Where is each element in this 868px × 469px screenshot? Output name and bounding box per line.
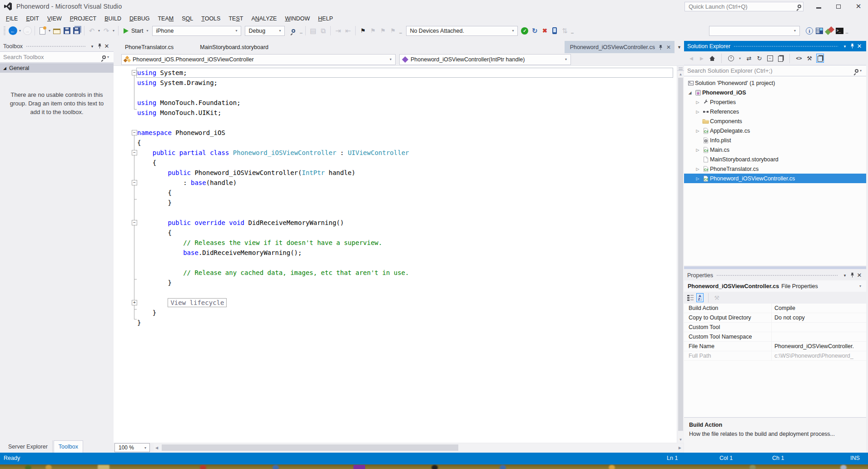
undo-button[interactable]: ↶ xyxy=(87,26,97,36)
clear-device-log-button[interactable]: ✖ xyxy=(540,26,550,36)
navigate-back-dropdown-icon[interactable]: ▾ xyxy=(18,29,22,33)
toolbox-search-box[interactable]: ▾ xyxy=(0,51,114,63)
zoom-combo[interactable]: 100 % ▾ xyxy=(114,443,150,452)
expander-collapsed-icon[interactable]: ▷ xyxy=(694,167,701,171)
toolbox-section-general[interactable]: ◢ General xyxy=(0,63,114,73)
toolbar-overflow-icon[interactable]: ‗ xyxy=(570,28,574,33)
find-button[interactable] xyxy=(288,26,298,36)
open-file-button[interactable] xyxy=(52,26,62,36)
redo-button[interactable]: ↷ xyxy=(101,26,111,36)
collapse-glyph[interactable]: − xyxy=(132,180,137,185)
property-row[interactable]: File NamePhoneword_iOSViewController. xyxy=(684,342,866,351)
property-value[interactable]: Compile xyxy=(771,304,866,313)
scrollbar-thumb[interactable] xyxy=(162,444,458,451)
property-value[interactable]: Do not copy xyxy=(771,313,866,322)
menu-item-test[interactable]: TEST xyxy=(224,14,247,23)
close-icon[interactable]: ✕ xyxy=(666,44,671,50)
expander-expanded-icon[interactable]: ◢ xyxy=(686,90,694,95)
connection-status-icon[interactable]: ✓ xyxy=(520,26,530,36)
search-icon[interactable] xyxy=(102,55,106,59)
tree-item-phoneword-ios[interactable]: ◢Phoneword_iOS xyxy=(684,88,866,97)
toolbar-overflow-icon[interactable]: ‗ xyxy=(844,28,849,33)
pin-icon[interactable] xyxy=(658,45,663,50)
property-row[interactable]: Custom Tool xyxy=(684,323,866,332)
window-layout-button[interactable] xyxy=(814,26,824,36)
expander-collapsed-icon[interactable]: ▷ xyxy=(694,176,701,181)
navigate-forward-button[interactable]: → xyxy=(22,26,32,36)
search-icon[interactable] xyxy=(798,5,801,8)
collapse-glyph[interactable]: − xyxy=(132,130,137,135)
copy-parent-button[interactable]: ⧉ xyxy=(318,26,328,36)
panel-splitter[interactable] xyxy=(684,266,866,269)
start-debug-button[interactable]: Start ▾ xyxy=(121,28,152,34)
solution-explorer-search-input[interactable] xyxy=(687,67,855,74)
member-dropdown[interactable]: Phoneword_iOSViewController(IntPtr handl… xyxy=(399,54,571,65)
expander-collapsed-icon[interactable]: ▷ xyxy=(694,129,701,133)
refresh-devices-button[interactable]: ↻ xyxy=(530,26,540,36)
expander-collapsed-icon[interactable]: ▷ xyxy=(694,110,701,114)
tab-toolbox[interactable]: Toolbox xyxy=(54,440,83,453)
panel-drag-texture[interactable] xyxy=(734,45,838,48)
scroll-down-icon[interactable]: ▼ xyxy=(677,438,684,442)
tree-item-solution-phoneword-1-project[interactable]: Solution 'Phoneword' (1 project) xyxy=(684,78,866,88)
menu-item-team[interactable]: TEAM xyxy=(154,14,178,23)
save-all-button[interactable] xyxy=(72,26,82,36)
properties-object-combo[interactable]: Phoneword_iOSViewController.cs File Prop… xyxy=(684,280,866,292)
expand-glyph[interactable]: + xyxy=(132,300,137,305)
tab-server-explorer[interactable]: Server Explorer xyxy=(4,440,53,453)
window-position-icon[interactable]: ▾ xyxy=(89,44,96,49)
solution-explorer-search-box[interactable]: ▾ xyxy=(684,65,866,76)
feedback-info-button[interactable]: i xyxy=(804,26,814,36)
configuration-combo[interactable]: Debug ▾ xyxy=(245,26,285,36)
new-file-button[interactable] xyxy=(37,26,47,36)
tree-item-phonetranslator-cs[interactable]: ▷C#PhoneTranslator.cs xyxy=(684,164,866,174)
bookmark-clear-button[interactable]: ⚑ xyxy=(388,26,398,36)
toolbar-grip[interactable] xyxy=(4,26,5,35)
preview-selected-items-icon[interactable] xyxy=(816,54,824,63)
pin-icon[interactable] xyxy=(848,272,856,279)
redo-dropdown-icon[interactable]: ▾ xyxy=(111,29,116,33)
undo-dropdown-icon[interactable]: ▾ xyxy=(97,29,101,33)
toolbar-overflow-icon[interactable]: ‗ xyxy=(398,28,402,33)
pin-icon[interactable] xyxy=(96,43,103,50)
tree-item-main-cs[interactable]: ▷C#Main.cs xyxy=(684,145,866,155)
toolbar-overflow-icon[interactable]: ‗ xyxy=(298,28,303,33)
tab-phonetranslator[interactable]: PhoneTranslator.cs xyxy=(119,41,180,53)
tree-item-appdelegate-cs[interactable]: ▷C#AppDelegate.cs xyxy=(684,126,866,135)
back-icon[interactable]: ◄ xyxy=(688,54,695,63)
bookmark-next-button[interactable]: ⚑ xyxy=(378,26,388,36)
navigate-back-button[interactable]: ← xyxy=(8,26,18,36)
attach-to-process-button[interactable]: ⇥ xyxy=(333,26,343,36)
categorized-view-icon[interactable] xyxy=(687,293,694,302)
panel-drag-texture[interactable] xyxy=(716,274,838,277)
expander-collapsed-icon[interactable]: ▷ xyxy=(694,148,701,152)
forward-icon[interactable]: ► xyxy=(698,54,705,63)
breakpoints-window-button[interactable]: ▤ xyxy=(308,26,318,36)
bookmark-toggle-button[interactable]: ⚑ xyxy=(358,26,368,36)
view-code-icon[interactable]: <> xyxy=(795,54,803,63)
menu-item-project[interactable]: PROJECT xyxy=(66,14,100,23)
property-value[interactable] xyxy=(771,332,866,341)
menu-item-sql[interactable]: SQL xyxy=(178,14,197,23)
horizontal-scrollbar[interactable]: ◀ ▶ xyxy=(154,444,683,452)
menu-item-tools[interactable]: TOOLS xyxy=(197,14,224,23)
code-editor[interactable]: −−−−−+ using System;using System.Drawing… xyxy=(114,65,684,443)
close-icon[interactable]: ✕ xyxy=(103,43,110,50)
property-pages-icon[interactable]: ⚒ xyxy=(713,293,720,302)
device-info-button[interactable]: ⇅ xyxy=(560,26,570,36)
minimize-button[interactable] xyxy=(815,3,822,10)
device-target-combo[interactable]: iPhone ▾ xyxy=(152,26,241,36)
close-button[interactable]: ✕ xyxy=(855,4,862,9)
tree-item-references[interactable]: ▷References xyxy=(684,107,866,116)
property-row[interactable]: Full Pathc:\WS\Phoneword\Phoneword_ xyxy=(684,351,866,361)
search-icon[interactable] xyxy=(855,69,858,73)
home-icon[interactable] xyxy=(709,54,716,63)
tab-mainstoryboard[interactable]: MainStoryboard.storyboard xyxy=(193,41,275,53)
collapsed-region-box[interactable]: View lifecycle xyxy=(168,298,227,307)
sync-with-active-document-icon[interactable]: ⇄ xyxy=(745,54,753,63)
editor-splitter-handle[interactable] xyxy=(677,66,684,71)
quick-launch-input[interactable] xyxy=(689,3,798,10)
window-position-icon[interactable]: ▾ xyxy=(841,273,848,278)
property-value[interactable] xyxy=(771,323,866,332)
menu-item-view[interactable]: VIEW xyxy=(43,14,66,23)
